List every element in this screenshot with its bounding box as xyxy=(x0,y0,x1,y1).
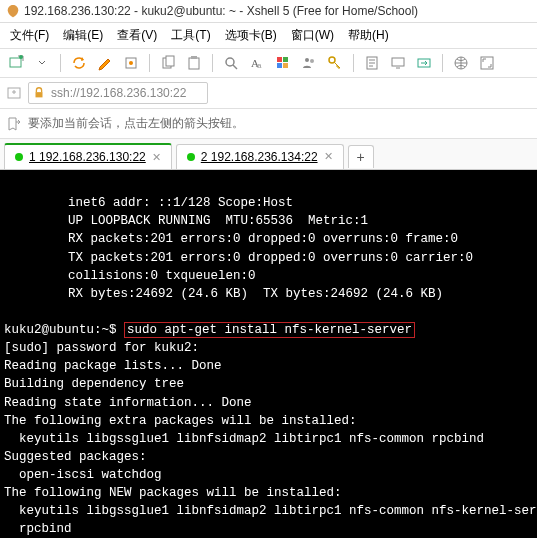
svg-point-16 xyxy=(310,59,314,63)
separator xyxy=(353,54,354,72)
font-icon[interactable]: Aa xyxy=(247,53,267,73)
terminal-line: Reading state information... Done xyxy=(4,396,252,410)
svg-rect-5 xyxy=(166,56,174,66)
status-dot-icon xyxy=(187,153,195,161)
svg-text:a: a xyxy=(257,61,262,70)
svg-rect-14 xyxy=(283,63,288,68)
separator xyxy=(60,54,61,72)
highlighted-command: sudo apt-get install nfs-kernel-server xyxy=(124,322,415,338)
svg-rect-19 xyxy=(392,58,404,66)
key-icon[interactable] xyxy=(325,53,345,73)
terminal-line: keyutils libgssglue1 libnfsidmap2 libtir… xyxy=(4,432,484,446)
menu-edit[interactable]: 编辑(E) xyxy=(57,25,109,46)
address-bar xyxy=(0,78,537,109)
menu-file[interactable]: 文件(F) xyxy=(4,25,55,46)
terminal-line: UP LOOPBACK RUNNING MTU:65536 Metric:1 xyxy=(4,212,533,230)
status-dot-icon xyxy=(15,153,23,161)
svg-rect-13 xyxy=(277,63,282,68)
tab-label: 2 192.168.236.134:22 xyxy=(201,150,318,164)
properties-icon[interactable] xyxy=(121,53,141,73)
toolbar: Aa xyxy=(0,49,537,78)
session-tab-1[interactable]: 1 192.168.236.130:22 ✕ xyxy=(4,143,172,169)
bookmark-arrow-icon[interactable] xyxy=(6,116,22,132)
window-titlebar: 192.168.236.130:22 - kuku2@ubuntu: ~ - X… xyxy=(0,0,537,23)
svg-rect-11 xyxy=(277,57,282,62)
reconnect-icon[interactable] xyxy=(69,53,89,73)
svg-point-3 xyxy=(129,61,133,65)
paste-icon[interactable] xyxy=(184,53,204,73)
menu-view[interactable]: 查看(V) xyxy=(111,25,163,46)
transfer-icon[interactable] xyxy=(414,53,434,73)
svg-point-8 xyxy=(226,58,234,66)
menu-window[interactable]: 窗口(W) xyxy=(285,25,340,46)
svg-rect-7 xyxy=(191,56,197,59)
separator xyxy=(212,54,213,72)
svg-rect-0 xyxy=(10,58,21,67)
fullscreen-icon[interactable] xyxy=(477,53,497,73)
separator xyxy=(149,54,150,72)
terminal-line: RX packets:201 errors:0 dropped:0 overru… xyxy=(4,230,533,248)
close-icon[interactable]: ✕ xyxy=(152,151,161,164)
tip-bar: 要添加当前会话，点击左侧的箭头按钮。 xyxy=(0,109,537,139)
dropdown-icon[interactable] xyxy=(32,53,52,73)
new-tab-button[interactable]: + xyxy=(348,145,374,168)
new-session-icon[interactable] xyxy=(6,53,26,73)
separator xyxy=(442,54,443,72)
globe-icon[interactable] xyxy=(451,53,471,73)
add-bookmark-icon[interactable] xyxy=(6,85,22,101)
svg-point-1 xyxy=(19,55,23,59)
color-icon[interactable] xyxy=(273,53,293,73)
terminal-line: keyutils libgssglue1 libnfsidmap2 libtir… xyxy=(4,504,537,518)
terminal-line: rpcbind xyxy=(4,522,72,536)
svg-rect-24 xyxy=(36,92,43,97)
terminal-line: The following NEW packages will be insta… xyxy=(4,486,342,500)
terminal-line: collisions:0 txqueuelen:0 xyxy=(4,267,533,285)
menu-tools[interactable]: 工具(T) xyxy=(165,25,216,46)
terminal-line: Reading package lists... Done xyxy=(4,359,222,373)
svg-rect-22 xyxy=(481,57,493,69)
tip-text: 要添加当前会话，点击左侧的箭头按钮。 xyxy=(28,115,244,132)
session-tab-2[interactable]: 2 192.168.236.134:22 ✕ xyxy=(176,144,344,169)
screen-icon[interactable] xyxy=(388,53,408,73)
svg-rect-12 xyxy=(283,57,288,62)
tab-label: 1 192.168.236.130:22 xyxy=(29,150,146,164)
app-icon xyxy=(6,4,20,18)
svg-rect-6 xyxy=(189,58,199,69)
terminal-line: TX packets:201 errors:0 dropped:0 overru… xyxy=(4,249,533,267)
menu-tabs[interactable]: 选项卡(B) xyxy=(219,25,283,46)
script-icon[interactable] xyxy=(362,53,382,73)
window-title: 192.168.236.130:22 - kuku2@ubuntu: ~ - X… xyxy=(24,4,418,18)
terminal-line: open-iscsi watchdog xyxy=(4,468,162,482)
terminal-line: [sudo] password for kuku2: xyxy=(4,341,199,355)
terminal-line: The following extra packages will be ins… xyxy=(4,414,357,428)
svg-point-15 xyxy=(305,58,309,62)
menu-bar: 文件(F) 编辑(E) 查看(V) 工具(T) 选项卡(B) 窗口(W) 帮助(… xyxy=(0,23,537,49)
terminal-line: inet6 addr: ::1/128 Scope:Host xyxy=(4,194,533,212)
address-input[interactable] xyxy=(28,82,208,104)
lock-icon xyxy=(32,86,46,100)
terminal-line: Building dependency tree xyxy=(4,377,184,391)
copy-icon[interactable] xyxy=(158,53,178,73)
menu-help[interactable]: 帮助(H) xyxy=(342,25,395,46)
tab-bar: 1 192.168.236.130:22 ✕ 2 192.168.236.134… xyxy=(0,139,537,170)
find-icon[interactable] xyxy=(221,53,241,73)
terminal-line: Suggested packages: xyxy=(4,450,147,464)
edit-icon[interactable] xyxy=(95,53,115,73)
close-icon[interactable]: ✕ xyxy=(324,150,333,163)
terminal-prompt: kuku2@ubuntu:~$ xyxy=(4,323,124,337)
users-icon[interactable] xyxy=(299,53,319,73)
terminal-output[interactable]: inet6 addr: ::1/128 Scope:HostUP LOOPBAC… xyxy=(0,170,537,538)
terminal-line: RX bytes:24692 (24.6 KB) TX bytes:24692 … xyxy=(4,285,533,303)
